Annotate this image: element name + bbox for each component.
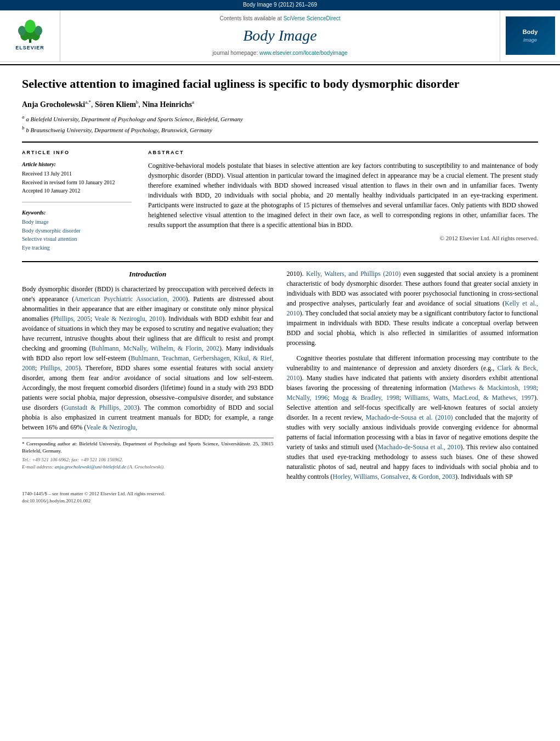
elsevier-tree-icon	[14, 20, 47, 44]
homepage-line: journal homepage: www.elsevier.com/locat…	[212, 49, 347, 58]
journal-title: Body Image	[243, 25, 317, 47]
ref-kelly-2010b[interactable]: Kelly et al., 2010	[287, 299, 539, 317]
journal-header-center: Contents lists available at SciVerse Sci…	[60, 10, 500, 62]
affiliation-a: a a Bielefeld University, Department of …	[22, 114, 538, 124]
keywords-label: Keywords:	[22, 209, 132, 217]
ref-mathews-1998[interactable]: Mathews & Mackintosh, 1998	[451, 384, 536, 392]
ref-veale-nez-2010b[interactable]: Veale & Neziroglu,	[86, 423, 137, 431]
ref-kelly-2010[interactable]: Kelly, Walters, and Phillips (2010)	[306, 270, 400, 278]
footnote-star-text: * Corresponding author at: Bielefeld Uni…	[22, 440, 274, 455]
ref-phillips-2005[interactable]: Phillips, 2005	[53, 315, 90, 323]
ref-clark-beck-2010[interactable]: Clark & Beck, 2010	[287, 364, 539, 382]
info-abstract-row: ARTICLE INFO Article history: Received 1…	[22, 149, 538, 253]
copyright-line: © 2012 Elsevier Ltd. All rights reserved…	[148, 234, 538, 243]
doi-text: doi:10.1016/j.bodyim.2012.01.002	[22, 497, 538, 505]
abstract-header: ABSTRACT	[148, 149, 538, 156]
header-main-row: ELSEVIER Contents lists available at Sci…	[0, 10, 560, 63]
elsevier-logo: ELSEVIER	[14, 20, 47, 52]
content-area: Selective attention to imagined facial u…	[0, 65, 560, 516]
intro-para-2: 2010). Kelly, Walters, and Phillips (201…	[287, 269, 539, 348]
journal-logo-box: Body Image	[506, 16, 555, 55]
issn-text: 1740-1445/$ – see front matter © 2012 El…	[22, 490, 538, 497]
intro-para-1: Body dysmorphic disorder (BDD) is charac…	[22, 284, 274, 432]
intro-heading: Introduction	[22, 269, 274, 280]
received-date: Received 13 July 2011	[22, 170, 132, 178]
body-two-col: Introduction Body dysmorphic disorder (B…	[22, 269, 538, 487]
article-info-col: ARTICLE INFO Article history: Received 1…	[22, 149, 132, 253]
article-title: Selective attention to imagined facial u…	[22, 76, 538, 92]
abstract-text: Cognitive-behavioral models postulate th…	[148, 161, 538, 230]
keyword-4: Eye tracking	[22, 244, 132, 252]
ref-machado-2010b[interactable]: Machado-de-Sousa et al., 2010	[378, 443, 461, 451]
footnote-email: E-mail address: anja.grocholewski@uni-bi…	[22, 463, 274, 471]
keyword-1: Body image	[22, 218, 132, 227]
svg-point-4	[18, 26, 26, 36]
ref-mcnally-1996[interactable]: McNally, 1996	[287, 394, 328, 401]
abstract-col: ABSTRACT Cognitive-behavioral models pos…	[148, 149, 538, 253]
ref-apa-2000[interactable]: American Psychiatric Association, 2000	[74, 295, 185, 303]
elsevier-logo-area: ELSEVIER	[0, 10, 60, 62]
journal-logo-area: Body Image	[500, 10, 560, 62]
ref-machado-2010[interactable]: Machado-de-Sousa et al. (2010)	[366, 414, 453, 421]
volume-issue-text: Body Image 9 (2012) 261–269	[243, 2, 317, 8]
body-divider	[22, 261, 538, 262]
volume-issue-bar: Body Image 9 (2012) 261–269	[0, 0, 560, 10]
keyword-2: Body dysmorphic disorder	[22, 227, 132, 235]
author3: Nina Heinrichs	[142, 100, 192, 108]
affiliation-b: b b Braunschweig University, Department …	[22, 125, 538, 135]
article-dates: Received 13 July 2011 Received in revise…	[22, 170, 132, 195]
sciverse-line: Contents lists available at SciVerse Sci…	[219, 15, 340, 23]
accepted-date: Accepted 10 January 2012	[22, 187, 132, 195]
ref-williams-1997[interactable]: Williams, Watts, MacLeod, & Mathews, 199…	[404, 394, 534, 401]
info-divider	[22, 202, 132, 202]
ref-horley-2003[interactable]: Horley, Williams, Gonsalvez, & Gordon, 2…	[332, 473, 455, 480]
keyword-3: Selective visual attention	[22, 235, 132, 244]
footnote-area: * Corresponding author at: Bielefeld Uni…	[22, 438, 274, 471]
affiliations: a a Bielefeld University, Department of …	[22, 114, 538, 135]
intro-para-3: Cognitive theories postulate that differ…	[287, 353, 539, 482]
history-label: Article history:	[22, 161, 132, 169]
footnote-email-link[interactable]: anja.grocholewski@uni-bielefeld.de	[55, 464, 126, 470]
elsevier-text: ELSEVIER	[15, 44, 44, 52]
svg-point-6	[25, 20, 36, 33]
ref-buhlmann-2002[interactable]: Buhlmann, McNally, Wilhelm, & Florin, 20…	[92, 344, 219, 352]
revised-date: Received in revised form 10 January 2012	[22, 179, 132, 187]
svg-point-5	[35, 26, 42, 36]
thick-divider	[22, 142, 538, 143]
ref-veale-nez-2010[interactable]: Veale & Neziroglu, 2010	[94, 315, 162, 323]
sciverse-link[interactable]: SciVerse ScienceDirect	[284, 15, 341, 21]
homepage-link[interactable]: www.elsevier.com/locate/bodyimage	[259, 50, 348, 56]
body-col-left: Introduction Body dysmorphic disorder (B…	[22, 269, 274, 487]
body-col-right: 2010). Kelly, Walters, and Phillips (201…	[287, 269, 539, 487]
journal-header: Body Image 9 (2012) 261–269 ELSEVIER	[0, 0, 560, 65]
footnote-tel: Tel.: +49 521 106 6962; fax: +49 521 106…	[22, 456, 274, 464]
ref-phillips-2005b[interactable]: Phillips, 2005	[40, 364, 78, 372]
author1: Anja Grocholewski	[22, 100, 85, 108]
footer-issn-area: 1740-1445/$ – see front matter © 2012 El…	[22, 490, 538, 505]
author2: Sören Kliem	[95, 100, 136, 108]
page: Body Image 9 (2012) 261–269 ELSEVIER	[0, 0, 560, 516]
authors-line: Anja Grocholewskia,*, Sören Kliemb, Nina…	[22, 99, 538, 110]
ref-mogg-1998[interactable]: Mogg & Bradley, 1998	[333, 394, 399, 401]
ref-gunstadt-2003[interactable]: Gunstadt & Phillips, 2003	[64, 404, 137, 411]
article-info-header: ARTICLE INFO	[22, 149, 132, 156]
